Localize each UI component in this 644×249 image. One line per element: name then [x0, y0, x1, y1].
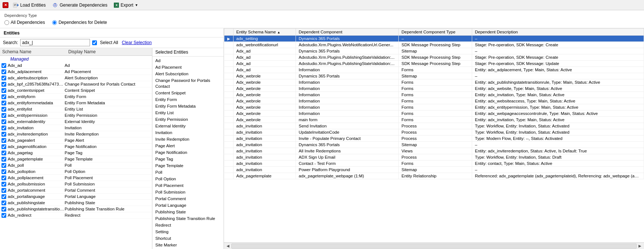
entity-checkbox[interactable]	[1, 132, 6, 137]
table-row[interactable]: Adx_webrole Information Forms Entity: ad…	[224, 79, 644, 86]
schema-row[interactable]: adx_pagenotification Page Notification	[0, 144, 152, 150]
schema-row[interactable]: adx_entitylist Entity List	[0, 106, 152, 112]
table-row[interactable]: adx_invitation ADX Sign Up Email Process…	[224, 154, 644, 160]
radio-delete-input[interactable]	[52, 20, 57, 25]
entity-checkbox[interactable]	[1, 163, 6, 168]
radio-all-input[interactable]	[4, 20, 9, 25]
entity-checkbox[interactable]	[1, 207, 6, 212]
entity-checkbox[interactable]	[1, 176, 6, 180]
schema-row[interactable]: Adx_adplacement Ad Placement	[0, 69, 152, 75]
table-row[interactable]: adx_webnotificationurl Adxstudio.Xrm.Plu…	[224, 42, 644, 48]
schema-row[interactable]: Adx_portalcomment Portal Comment	[0, 187, 152, 194]
table-row[interactable]: Adx_webrole Information Forms Entity: ad…	[224, 111, 644, 117]
select-all-checkbox[interactable]	[92, 40, 97, 45]
table-row[interactable]: Adx_webrole Information Forms Entity: ad…	[224, 92, 644, 98]
entity-checkbox[interactable]	[1, 157, 6, 162]
entity-checkbox[interactable]	[1, 107, 6, 112]
grid-scroll-right[interactable]: ▶	[637, 244, 643, 248]
schema-row[interactable]: adx_portallanguage Portal Language	[0, 194, 152, 200]
radio-delete-dependencies[interactable]: Dependencies for Delete	[52, 20, 107, 25]
entity-checkbox[interactable]	[1, 182, 6, 187]
grid-col-dep-type[interactable]: Dependent Component Type	[398, 29, 472, 36]
row-arrow	[224, 129, 234, 136]
schema-row[interactable]: Adx_pagealert Page Alert	[0, 137, 152, 144]
table-row[interactable]: adx_invitation Power Platform Playground…	[224, 167, 644, 173]
schema-row[interactable]: adx_invitation Invitation	[0, 125, 152, 131]
entity-checkbox[interactable]	[1, 144, 6, 149]
entity-checkbox[interactable]	[1, 119, 6, 124]
grid-col-dep-desc[interactable]: Dependent Description	[472, 29, 644, 36]
schema-row[interactable]: adx_publishingstate Publishing State	[0, 200, 152, 206]
schema-row[interactable]: adx_entityformmetadata Entity Form Metad…	[0, 100, 152, 106]
entity-checkbox[interactable]	[1, 188, 6, 193]
svg-rect-3	[14, 6, 15, 6]
entity-checkbox[interactable]	[1, 213, 6, 218]
clear-selection-link[interactable]: Clear Selection	[122, 40, 152, 45]
radio-all-dependencies[interactable]: All Dependencies	[4, 20, 45, 25]
table-row[interactable]: Adx_webrole Information Forms Entity: ad…	[224, 104, 644, 111]
entity-checkbox[interactable]	[1, 82, 6, 87]
table-row[interactable]: Adx_webrole Dynamics 365 Portals Sitemap…	[224, 73, 644, 79]
schema-row[interactable]: adx_inviteredemption Invite Redemption	[0, 131, 152, 137]
schema-row[interactable]: adx_bpf_c2857b638fa7473d8e2f1... Change …	[0, 81, 152, 87]
cell-dep-type: Forms	[398, 98, 472, 104]
schema-list-body[interactable]: Managed Adx_ad Ad Adx_adplacement Ad Pla…	[0, 56, 152, 249]
entity-checkbox[interactable]	[1, 88, 6, 93]
schema-row[interactable]: Adx_redirect Redirect	[0, 212, 152, 219]
table-row[interactable]: Adx_webrole Information Forms Entity: ad…	[224, 98, 644, 104]
schema-row[interactable]: Adx_pagetag Page Tag	[0, 150, 152, 156]
svg-rect-2	[14, 5, 16, 5]
schema-row[interactable]: Adx_pollplacement Poll Placement	[0, 175, 152, 181]
schema-row[interactable]: adx_entitypermission Entity Permission	[0, 112, 152, 119]
entity-checkbox[interactable]	[1, 63, 6, 68]
table-row[interactable]: adx_invitation Send Invitation Process T…	[224, 123, 644, 129]
schema-row[interactable]: adx_externalidentity External Identity	[0, 119, 152, 125]
table-row[interactable]: adx_invitation Dynamics 365 Portals Site…	[224, 142, 644, 148]
table-row[interactable]: adx_invitation UpdateInvitationCode Proc…	[224, 129, 644, 136]
entity-checkbox[interactable]	[1, 126, 6, 130]
table-row[interactable]: Adx_ad Dynamics 365 Portals Sitemap –	[224, 48, 644, 54]
table-row[interactable]: Adx_ad Adxstudio.Xrm.Plugins.PublishingS…	[224, 54, 644, 61]
entity-checkbox[interactable]	[1, 69, 6, 74]
schema-row[interactable]: adx_entityform Entity Form	[0, 94, 152, 100]
table-row[interactable]: Adx_webrole main form Forms Entity: adx_…	[224, 117, 644, 123]
grid-horizontal-scrollbar[interactable]	[231, 243, 637, 249]
schema-row[interactable]: Adx_pagetemplate Page Template	[0, 156, 152, 162]
table-row[interactable]: adx_invitation Contact - Test Form Forms…	[224, 160, 644, 167]
data-grid[interactable]: Entity Schema Name ▲ Dependent Component…	[224, 28, 644, 242]
table-row[interactable]: ▶ adx_setting Dynamics 365 Portals – –	[224, 36, 644, 42]
schema-name: Adx_adplacement	[8, 69, 65, 74]
grid-col-entity-schema[interactable]: Entity Schema Name ▲	[233, 29, 296, 36]
entity-checkbox[interactable]	[1, 138, 6, 143]
entity-checkbox[interactable]	[1, 76, 6, 80]
table-row[interactable]: Adx_ad Adxstudio.Xrm.Plugins.PublishingS…	[224, 61, 644, 67]
grid-scroll-left[interactable]: ◀	[225, 244, 231, 248]
schema-row[interactable]: adx_alertsubscription Alert Subscription	[0, 75, 152, 81]
schema-row[interactable]: adx_publishingstatetransitionrule Publis…	[0, 206, 152, 212]
table-row[interactable]: Adx_ad Information Forms Entity: adx_adp…	[224, 67, 644, 73]
entity-checkbox[interactable]	[1, 201, 6, 205]
table-row[interactable]: adx_invitation All Invite Redemptions Vi…	[224, 148, 644, 154]
entity-checkbox[interactable]	[1, 194, 6, 199]
entity-checkbox[interactable]	[1, 94, 6, 99]
load-entities-button[interactable]: Load Entities	[10, 1, 48, 9]
export-button[interactable]: X Export ▼	[111, 1, 141, 9]
schema-row[interactable]: Adx_pollsubmission Poll Submission	[0, 181, 152, 187]
table-row[interactable]: Adx_pagetemplate adx_pagetemplate_webpag…	[224, 173, 644, 179]
schema-row[interactable]: Adx_polloption Poll Option	[0, 169, 152, 175]
search-input[interactable]	[20, 39, 90, 46]
table-row[interactable]: Adx_webrole Information Forms Entity: ad…	[224, 86, 644, 92]
schema-row[interactable]: Adx_poll Poll	[0, 162, 152, 169]
schema-row[interactable]: Adx_ad Ad	[0, 62, 152, 69]
selected-item: Site Marker	[155, 242, 221, 248]
schema-row[interactable]: adx_contentsnippet Content Snippet	[0, 87, 152, 94]
entity-checkbox[interactable]	[1, 169, 6, 174]
generate-dependencies-button[interactable]: Generate Dependencies	[50, 1, 110, 9]
close-button[interactable]: ✕	[2, 1, 9, 9]
entity-checkbox[interactable]	[1, 151, 6, 155]
grid-col-dep-component[interactable]: Dependent Component	[296, 29, 398, 36]
entity-checkbox[interactable]	[1, 101, 6, 105]
table-row[interactable]: adx_invitation Invite - Populate Primary…	[224, 136, 644, 142]
entity-checkbox[interactable]	[1, 113, 6, 118]
grid-tbody: ▶ adx_setting Dynamics 365 Portals – – a…	[224, 36, 644, 179]
